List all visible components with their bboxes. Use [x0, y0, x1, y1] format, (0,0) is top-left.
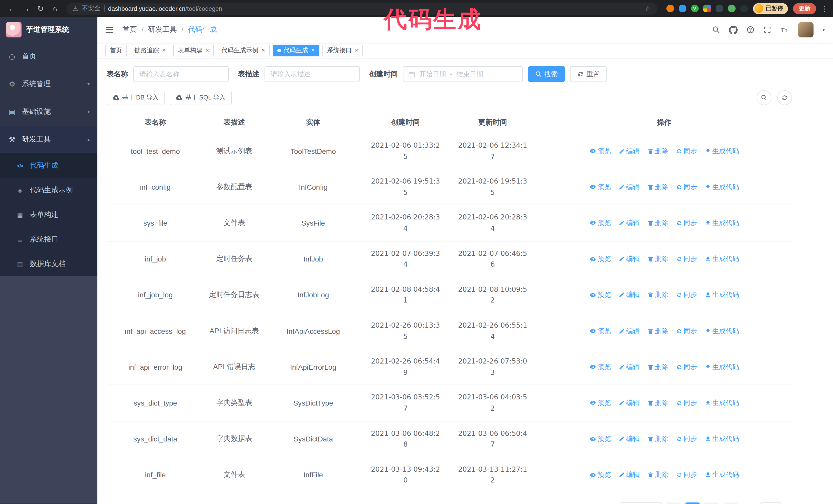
generate-code-link[interactable]: 生成代码: [705, 362, 739, 371]
reset-button[interactable]: 重置: [570, 66, 607, 82]
extension-icon[interactable]: [679, 5, 686, 12]
search-button[interactable]: 搜索: [528, 66, 565, 82]
sidebar-item-system-api[interactable]: ≣ 系统接口: [0, 227, 97, 252]
extension-icon[interactable]: [740, 5, 748, 12]
generate-code-link[interactable]: 生成代码: [705, 183, 739, 192]
edit-link[interactable]: 编辑: [618, 254, 640, 264]
sidebar-item-code-generation[interactable]: </> 代码生成: [0, 153, 97, 178]
preview-link[interactable]: 预览: [589, 326, 611, 336]
delete-link[interactable]: 删除: [647, 326, 668, 336]
sidebar-item-dev-tools[interactable]: ⚒ 研发工具 ▴: [0, 126, 97, 153]
generate-code-link[interactable]: 生成代码: [705, 434, 739, 443]
preview-link[interactable]: 预览: [589, 146, 611, 155]
edit-link[interactable]: 编辑: [618, 434, 640, 443]
import-sql-button[interactable]: 基于 SQL 导入: [170, 91, 232, 105]
sidebar-item-form-builder[interactable]: ▦ 表单构建: [0, 202, 97, 227]
delete-link[interactable]: 删除: [647, 399, 668, 408]
delete-link[interactable]: 删除: [647, 290, 668, 300]
refresh-table-button[interactable]: [777, 90, 792, 105]
delete-link[interactable]: 删除: [647, 362, 668, 371]
reload-icon[interactable]: ↻: [34, 2, 47, 15]
edit-link[interactable]: 编辑: [618, 399, 640, 408]
extension-icon[interactable]: [715, 5, 723, 12]
preview-link[interactable]: 预览: [589, 434, 611, 443]
delete-link[interactable]: 删除: [647, 434, 668, 443]
breadcrumb-item[interactable]: 首页: [122, 25, 137, 34]
preview-link[interactable]: 预览: [589, 290, 611, 300]
generate-code-link[interactable]: 生成代码: [705, 471, 739, 480]
page-size-select[interactable]: 10条/页 ▼: [619, 502, 662, 504]
tab-tracing[interactable]: 链路追踪×: [130, 44, 170, 56]
preview-link[interactable]: 预览: [589, 218, 611, 227]
generate-code-link[interactable]: 生成代码: [705, 399, 739, 408]
generate-code-link[interactable]: 生成代码: [705, 254, 739, 264]
sidebar-collapse-icon[interactable]: [105, 26, 113, 34]
edit-link[interactable]: 编辑: [618, 183, 640, 192]
sidebar-item-system-management[interactable]: ⚙ 系统管理 ▾: [0, 70, 97, 98]
back-icon[interactable]: ←: [5, 2, 19, 15]
sidebar-item-codegen-example[interactable]: ◈ 代码生成示例: [0, 178, 97, 202]
preview-link[interactable]: 预览: [589, 362, 611, 371]
sync-link[interactable]: 同步: [676, 146, 697, 155]
close-icon[interactable]: ×: [311, 47, 315, 54]
generate-code-link[interactable]: 生成代码: [705, 290, 739, 300]
delete-link[interactable]: 删除: [647, 471, 668, 480]
preview-link[interactable]: 预览: [589, 183, 611, 192]
github-icon[interactable]: [729, 25, 738, 34]
tab-codegen-example[interactable]: 代码生成示例×: [217, 44, 270, 56]
tab-home[interactable]: 首页: [105, 44, 127, 56]
close-icon[interactable]: ×: [162, 47, 166, 54]
toggle-search-button[interactable]: [757, 90, 771, 105]
sync-link[interactable]: 同步: [676, 399, 697, 408]
generate-code-link[interactable]: 生成代码: [705, 218, 739, 227]
sidebar-item-db-docs[interactable]: ▤ 数据库文档: [0, 252, 97, 277]
sync-link[interactable]: 同步: [676, 362, 697, 371]
delete-link[interactable]: 删除: [647, 183, 668, 192]
tab-system-api[interactable]: 系统接口×: [323, 44, 363, 56]
table-desc-input[interactable]: [264, 66, 360, 82]
extension-icon[interactable]: [728, 5, 735, 12]
edit-link[interactable]: 编辑: [618, 326, 640, 336]
sidebar-item-infrastructure[interactable]: ▣ 基础设施 ▾: [0, 98, 97, 126]
avatar-caret-down-icon[interactable]: ▾: [823, 27, 825, 32]
tab-form-builder[interactable]: 表单构建×: [173, 44, 214, 56]
sync-link[interactable]: 同步: [676, 471, 697, 480]
edit-link[interactable]: 编辑: [618, 362, 640, 371]
delete-link[interactable]: 删除: [647, 146, 668, 155]
close-icon[interactable]: ×: [206, 47, 209, 54]
edit-link[interactable]: 编辑: [618, 146, 640, 155]
edit-link[interactable]: 编辑: [618, 471, 640, 480]
user-avatar[interactable]: [799, 22, 814, 38]
page-button-2[interactable]: 2: [704, 502, 719, 504]
forward-icon[interactable]: →: [20, 2, 33, 15]
preview-link[interactable]: 预览: [589, 471, 611, 480]
date-range-picker[interactable]: 开始日期 - 结束日期: [403, 66, 523, 82]
delete-link[interactable]: 删除: [647, 254, 668, 264]
extension-icon[interactable]: [703, 5, 711, 12]
tab-code-generation[interactable]: 代码生成×: [273, 44, 319, 56]
fullscreen-icon[interactable]: [764, 26, 772, 34]
close-icon[interactable]: ×: [261, 47, 265, 54]
sync-link[interactable]: 同步: [676, 434, 697, 443]
page-button-1[interactable]: 1: [685, 502, 700, 504]
extension-icon[interactable]: V: [691, 5, 698, 12]
search-icon[interactable]: [712, 26, 720, 34]
breadcrumb-item[interactable]: 研发工具: [148, 25, 177, 34]
profile-paused-badge[interactable]: 已暂停: [753, 3, 788, 14]
chrome-menu-icon[interactable]: ⋮: [821, 4, 828, 13]
goto-page-input[interactable]: [760, 502, 781, 504]
help-icon[interactable]: [747, 26, 755, 34]
next-page-button[interactable]: ›: [723, 502, 738, 504]
preview-link[interactable]: 预览: [589, 399, 611, 408]
prev-page-button[interactable]: ‹: [666, 502, 681, 504]
generate-code-link[interactable]: 生成代码: [705, 326, 739, 336]
bookmark-star-icon[interactable]: ☆: [645, 5, 651, 12]
sync-link[interactable]: 同步: [676, 254, 697, 264]
sync-link[interactable]: 同步: [676, 183, 697, 192]
sidebar-logo[interactable]: 芋道管理系统: [0, 17, 97, 43]
edit-link[interactable]: 编辑: [618, 218, 640, 227]
sync-link[interactable]: 同步: [676, 290, 697, 300]
sidebar-item-home[interactable]: ◷ 首页: [0, 43, 97, 70]
edit-link[interactable]: 编辑: [618, 290, 640, 300]
font-size-icon[interactable]: TT: [781, 26, 790, 34]
